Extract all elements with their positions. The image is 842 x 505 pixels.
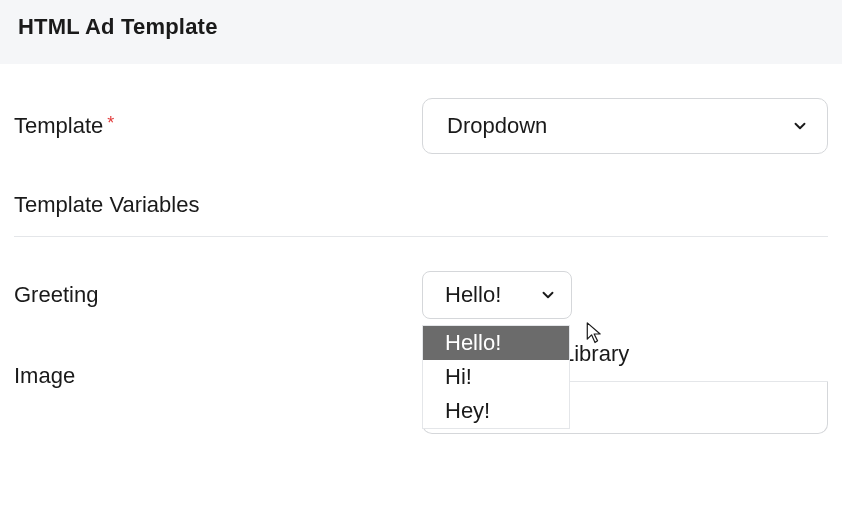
image-label: Image [14, 363, 422, 389]
content: Template* Dropdown Template Variables Gr… [0, 64, 842, 434]
chevron-down-icon [791, 117, 809, 135]
template-label-text: Template [14, 113, 103, 138]
greeting-option[interactable]: Hey! [423, 394, 569, 428]
greeting-select-wrap: Hello! Hello! Hi! Hey! [422, 271, 572, 319]
template-label: Template* [14, 113, 422, 139]
template-row: Template* Dropdown [14, 98, 828, 154]
template-select[interactable]: Dropdown [422, 98, 828, 154]
page-title: HTML Ad Template [18, 14, 824, 40]
greeting-option[interactable]: Hello! [423, 326, 569, 360]
greeting-row: Greeting Hello! Hello! Hi! Hey! [14, 271, 828, 319]
greeting-select-value: Hello! [445, 282, 501, 308]
chevron-down-icon [539, 286, 557, 304]
template-field: Dropdown [422, 98, 828, 154]
greeting-field: Hello! Hello! Hi! Hey! [422, 271, 828, 319]
greeting-dropdown: Hello! Hi! Hey! [422, 325, 570, 429]
greeting-label: Greeting [14, 282, 422, 308]
tab-library[interactable]: Library [562, 335, 629, 381]
template-variables-heading: Template Variables [14, 192, 828, 237]
greeting-option[interactable]: Hi! [423, 360, 569, 394]
header-bar: HTML Ad Template [0, 0, 842, 64]
template-select-value: Dropdown [447, 113, 547, 139]
page: HTML Ad Template Template* Dropdown Temp… [0, 0, 842, 505]
required-mark: * [107, 113, 114, 133]
greeting-select[interactable]: Hello! [422, 271, 572, 319]
